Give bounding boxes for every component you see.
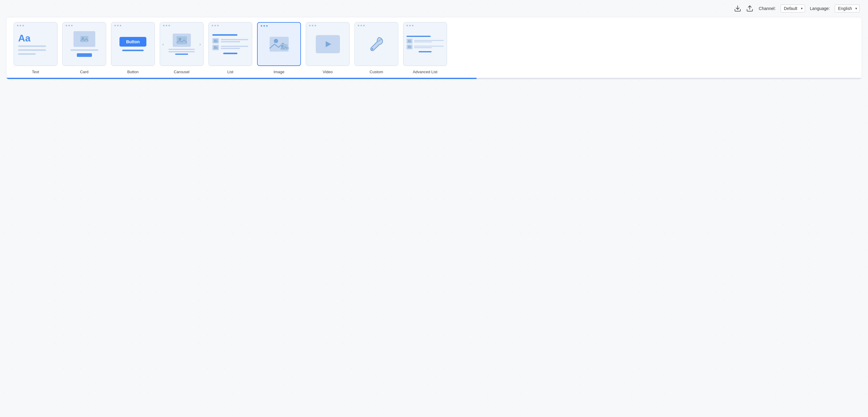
widget-label-text: Text [32,69,39,74]
widget-card-card[interactable] [62,22,106,66]
svg-point-17 [409,40,409,41]
widget-label-custom: Custom [370,69,383,74]
widget-label-video: Video [323,69,333,74]
svg-rect-8 [214,46,218,49]
card-dots-text [17,25,24,26]
widget-label-carousel: Carousel [174,69,189,74]
widget-strip: Aa Text [6,22,862,78]
custom-widget-preview [355,22,398,66]
channel-label: Channel: [759,6,776,11]
svg-point-19 [409,46,409,47]
toolbar-actions [734,4,754,13]
svg-rect-18 [408,46,411,49]
svg-point-3 [82,37,84,39]
svg-point-9 [214,46,216,48]
svg-rect-6 [214,39,218,43]
svg-rect-2 [81,36,88,42]
svg-rect-16 [408,40,411,43]
widget-label-advanced-list: Advanced List [413,69,438,74]
card-dots-list [212,25,219,26]
card-dots-advanced-list [406,25,413,26]
scrollbar-thumb [6,78,477,79]
card-dots-image [261,25,268,27]
widget-card-text[interactable]: Aa [13,22,58,66]
widget-item-image[interactable]: image Image [255,22,303,74]
video-widget-preview [306,22,349,66]
widget-item-card[interactable]: Card [60,22,108,74]
text-widget-preview: Aa [14,27,57,61]
channel-select-wrapper[interactable]: Default [781,4,805,12]
widget-label-card: Card [80,69,88,74]
card-dots-card [66,25,72,26]
svg-rect-12 [281,44,288,50]
svg-point-13 [281,45,283,47]
card-widget-preview [63,27,106,61]
widget-item-button[interactable]: Button Button [108,22,157,74]
widget-card-image[interactable]: image [257,22,301,66]
scrollbar-track[interactable] [6,78,862,79]
card-dots-button [114,25,121,26]
card-dots-custom [358,25,365,26]
widget-item-list[interactable]: List [206,22,255,74]
widget-label-button: Button [127,69,139,74]
language-select[interactable]: English [835,4,860,12]
image-widget-preview [258,23,300,65]
button-widget-preview: Button [111,22,155,66]
list-widget-preview [209,30,252,58]
widget-card-list[interactable] [208,22,252,66]
widget-strip-container: Aa Text [6,17,862,79]
widget-label-image: Image [273,69,284,74]
card-dots-video [309,25,316,26]
advanced-list-widget-preview [403,31,447,57]
svg-point-11 [274,39,278,43]
widget-card-advanced-list[interactable] [403,22,447,66]
widget-item-custom[interactable]: Custom [352,22,401,74]
upload-button[interactable] [745,4,754,13]
svg-point-15 [371,48,373,50]
widget-item-text[interactable]: Aa Text [11,22,60,74]
widget-item-carousel[interactable]: ‹ [157,22,206,74]
widget-card-carousel[interactable]: ‹ [160,22,204,66]
widget-label-list: List [227,69,233,74]
channel-select[interactable]: Default [781,4,805,12]
svg-rect-4 [177,36,187,44]
toolbar: Channel: Default Language: English [0,0,868,17]
widget-item-advanced-list[interactable]: Advanced List [401,22,450,74]
language-label: Language: [810,6,830,11]
svg-point-7 [214,40,216,41]
widget-card-custom[interactable] [354,22,398,66]
svg-point-5 [179,38,181,40]
widget-item-video[interactable]: Video [303,22,352,74]
carousel-widget-preview: ‹ [160,22,203,66]
language-select-wrapper[interactable]: English [835,4,860,12]
download-button[interactable] [734,4,742,13]
widget-card-button[interactable]: Button [111,22,155,66]
widget-card-video[interactable] [306,22,350,66]
